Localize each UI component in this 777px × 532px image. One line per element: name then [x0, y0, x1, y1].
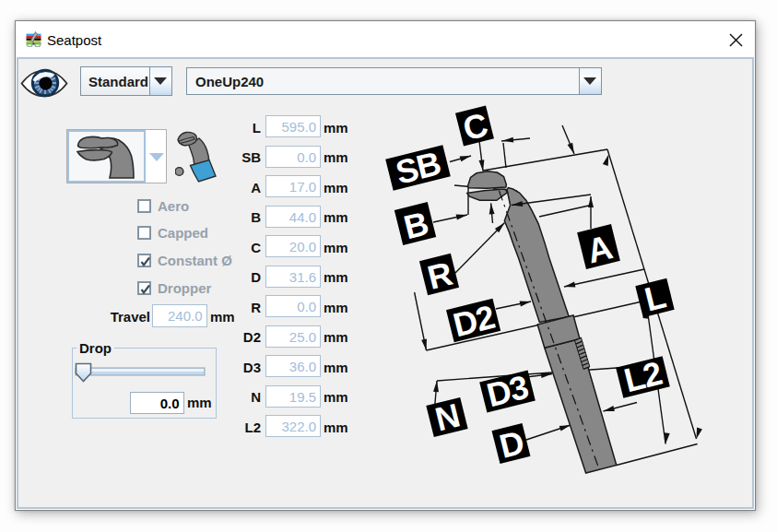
svg-text:SB: SB [392, 144, 444, 191]
